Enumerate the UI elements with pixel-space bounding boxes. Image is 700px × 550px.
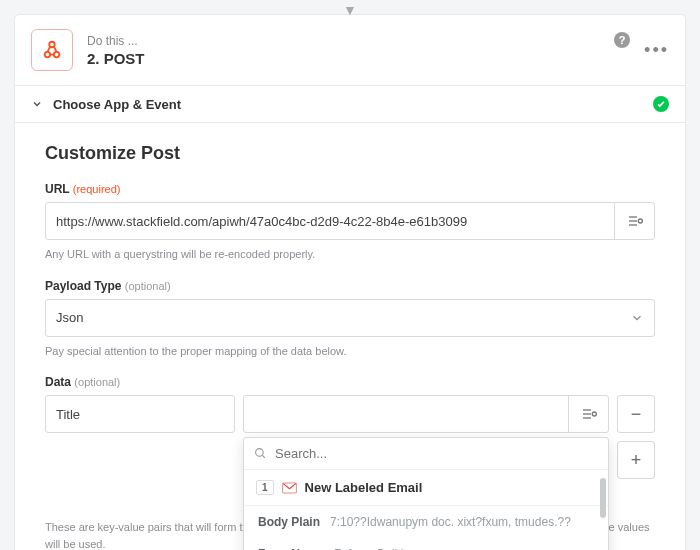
search-icon	[254, 447, 267, 460]
add-row-button[interactable]: +	[617, 441, 655, 479]
dropdown-source-step[interactable]: 1 New Labeled Email	[244, 470, 608, 506]
choose-app-label: Choose App & Event	[53, 97, 643, 112]
help-icon[interactable]: ?	[614, 32, 630, 48]
more-menu-icon[interactable]: •••	[644, 40, 669, 61]
header-title: 2. POST	[87, 50, 614, 67]
data-value-insert-icon[interactable]	[568, 396, 608, 432]
gmail-icon	[282, 482, 297, 494]
data-value-input[interactable]	[244, 396, 568, 432]
svg-point-11	[256, 449, 264, 457]
url-hint: Any URL with a querystring will be re-en…	[45, 246, 655, 263]
dropdown-search-input[interactable]	[275, 446, 598, 461]
url-insert-data-icon[interactable]	[614, 203, 654, 239]
url-input[interactable]	[46, 203, 614, 239]
card-header: Do this ... 2. POST ? •••	[15, 15, 685, 85]
check-complete-icon	[653, 96, 669, 112]
section-title: Customize Post	[45, 143, 655, 164]
choose-app-event-row[interactable]: Choose App & Event	[15, 85, 685, 123]
url-label: URL (required)	[45, 182, 655, 196]
webhook-app-icon	[31, 29, 73, 71]
svg-point-6	[638, 219, 642, 223]
svg-point-1	[54, 52, 60, 58]
flow-arrow-down-icon: ▼	[343, 2, 357, 18]
dropdown-scrollbar[interactable]	[600, 478, 606, 518]
data-label: Data (optional)	[45, 375, 655, 389]
svg-point-0	[45, 52, 51, 58]
dropdown-item[interactable]: Body Plain 7:10??Idwanupym doc. xixt?fxu…	[244, 506, 608, 538]
payload-value: Json	[56, 310, 83, 325]
payload-select[interactable]: Json	[45, 299, 655, 337]
step-card: Do this ... 2. POST ? ••• Choose App & E…	[14, 14, 686, 550]
svg-line-12	[262, 455, 265, 458]
dropdown-item[interactable]: From Name Zafsmu Bejkkee	[244, 538, 608, 550]
data-key-input[interactable]: Title	[45, 395, 235, 433]
insert-data-dropdown: 1 New Labeled Email Body Plain 7:10??Idw…	[243, 437, 609, 550]
header-prelabel: Do this ...	[87, 34, 614, 48]
data-value-input-row	[243, 395, 609, 433]
chevron-down-icon	[630, 311, 644, 325]
dropdown-source-label: New Labeled Email	[305, 480, 423, 495]
card-body: Customize Post URL (required) Any URL wi…	[15, 123, 685, 550]
payload-label: Payload Type (optional)	[45, 279, 655, 293]
source-step-badge: 1	[256, 480, 274, 495]
remove-row-button[interactable]: −	[617, 395, 655, 433]
payload-hint: Pay special attention to the proper mapp…	[45, 343, 655, 360]
url-input-row	[45, 202, 655, 240]
chevron-down-icon	[31, 98, 43, 110]
svg-point-10	[592, 412, 596, 416]
